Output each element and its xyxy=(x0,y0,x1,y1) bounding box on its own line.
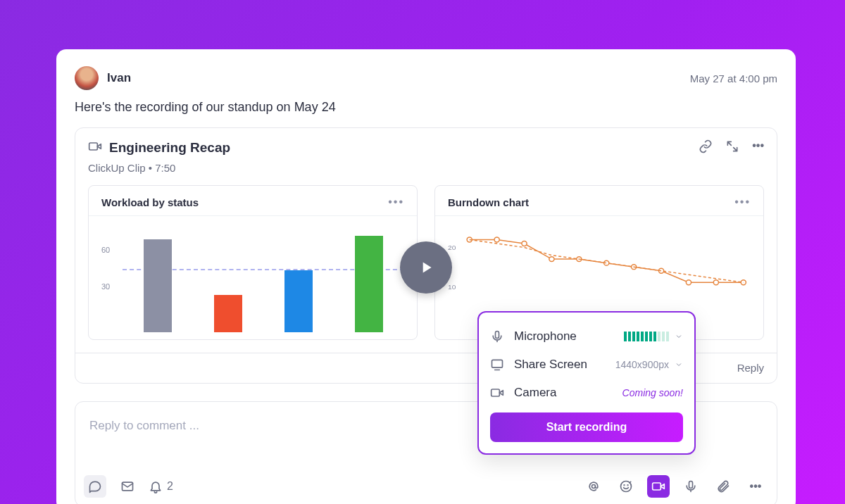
notifications-button[interactable]: 2 xyxy=(149,479,173,493)
record-audio-button[interactable] xyxy=(680,475,702,498)
notification-count: 2 xyxy=(167,480,173,493)
reply-button[interactable]: Reply xyxy=(737,362,764,374)
avatar[interactable] xyxy=(75,66,99,90)
svg-rect-0 xyxy=(89,143,98,150)
panel-more-icon[interactable]: ••• xyxy=(734,196,751,208)
svg-rect-19 xyxy=(653,483,661,490)
share-screen-value: 1440x900px xyxy=(615,359,669,370)
svg-rect-21 xyxy=(496,332,499,339)
expand-icon[interactable] xyxy=(725,139,739,156)
svg-point-13 xyxy=(741,280,746,285)
mail-icon[interactable] xyxy=(116,475,139,498)
svg-point-18 xyxy=(627,485,628,486)
panel-more-icon[interactable]: ••• xyxy=(388,196,404,208)
clip-subtitle: ClickUp Clip • 7:50 xyxy=(88,162,764,174)
svg-point-17 xyxy=(624,485,625,486)
comment-timestamp: May 27 at 4:00 pm xyxy=(690,73,777,84)
screen-icon xyxy=(490,358,504,372)
emoji-icon[interactable] xyxy=(615,475,637,498)
comment-header: Ivan May 27 at 4:00 pm xyxy=(75,66,777,90)
record-video-button[interactable] xyxy=(647,475,670,498)
recorder-mic-row[interactable]: Microphone xyxy=(490,322,683,351)
more-icon[interactable]: ••• xyxy=(752,139,764,156)
svg-text:20: 20 xyxy=(448,244,456,252)
svg-point-12 xyxy=(713,280,718,285)
mic-label: Microphone xyxy=(514,329,577,344)
mic-level-meter xyxy=(624,332,669,341)
svg-rect-23 xyxy=(492,389,500,396)
attachment-icon[interactable] xyxy=(712,475,734,498)
svg-rect-22 xyxy=(492,360,503,367)
recorder-camera-row: Camera Coming soon! xyxy=(490,379,683,407)
svg-point-6 xyxy=(549,257,554,262)
svg-point-5 xyxy=(522,241,527,246)
burndown-title: Burndown chart xyxy=(448,196,529,208)
svg-point-4 xyxy=(494,237,499,242)
author-name: Ivan xyxy=(107,71,131,85)
comment-thread-card: Ivan May 27 at 4:00 pm Here's the record… xyxy=(56,49,796,504)
workload-title: Workload by status xyxy=(101,196,199,208)
workload-chart: 3060 xyxy=(101,221,404,332)
toolbar-more-icon[interactable]: ••• xyxy=(744,475,767,498)
play-button[interactable] xyxy=(400,241,452,294)
comment-body: Here's the recording of our standup on M… xyxy=(75,100,777,115)
chevron-down-icon[interactable] xyxy=(675,332,683,341)
link-icon[interactable] xyxy=(699,139,713,156)
camera-icon xyxy=(490,386,504,400)
clip-title: Engineering Recap xyxy=(109,140,230,156)
video-icon xyxy=(88,139,102,156)
camera-label: Camera xyxy=(514,386,556,400)
svg-text:10: 10 xyxy=(448,283,456,291)
recorder-screen-row[interactable]: Share Screen 1440x900px xyxy=(490,351,683,379)
workload-panel: Workload by status ••• 3060 xyxy=(88,185,418,340)
start-recording-button[interactable]: Start recording xyxy=(490,412,683,442)
recorder-popover: Microphone Share Screen 1440x900px Camer… xyxy=(477,311,696,455)
microphone-icon xyxy=(490,329,504,344)
camera-coming-soon: Coming soon! xyxy=(622,387,683,398)
composer-toolbar: 2 ••• xyxy=(84,475,767,498)
clip-header: Engineering Recap ••• xyxy=(88,139,764,156)
share-screen-label: Share Screen xyxy=(514,358,587,372)
chevron-down-icon[interactable] xyxy=(675,360,683,369)
clip-actions: ••• xyxy=(699,139,764,156)
speech-bubble-icon[interactable] xyxy=(84,475,106,498)
mention-icon[interactable] xyxy=(582,475,605,498)
svg-point-11 xyxy=(686,280,691,285)
svg-rect-20 xyxy=(689,481,693,489)
